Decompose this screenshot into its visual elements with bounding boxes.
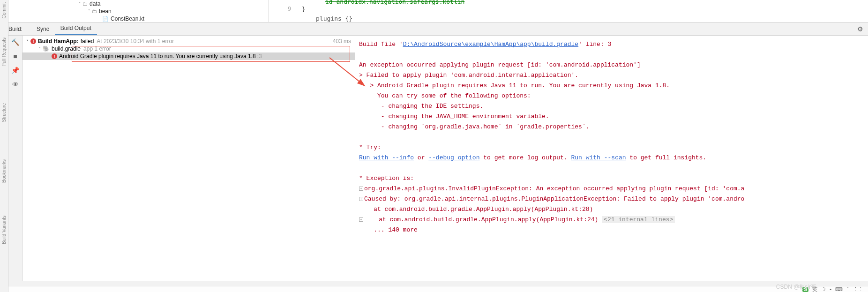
chevron-down-icon[interactable]: ˅ bbox=[38, 46, 41, 52]
tab-build-output[interactable]: Build Output bbox=[55, 22, 97, 35]
detail-l1-suffix: ' line: 3 bbox=[578, 41, 611, 48]
run-scan-link[interactable]: Run with --scan bbox=[571, 154, 626, 161]
detail-l18: at com.android.build.gradle.AppPlugin.ap… bbox=[364, 216, 598, 223]
dot-icon[interactable]: • bbox=[830, 286, 831, 292]
expand-icon[interactable]: + bbox=[359, 197, 363, 201]
gear-icon[interactable]: ⚙ bbox=[857, 25, 863, 33]
detail-l19: ... 140 more bbox=[359, 225, 863, 235]
tree-item-constbean[interactable]: ConstBean.kt bbox=[111, 15, 144, 22]
status-bar: S 英 ☽ • ⌨ ˅ ⋮⋮ bbox=[0, 286, 868, 292]
moon-icon[interactable]: ☽ bbox=[821, 286, 826, 292]
watermark: CSDN @彬sir哥 bbox=[776, 283, 816, 291]
build-gradle-row[interactable]: ˅ 🐘 build.gradle app 1 error bbox=[22, 45, 355, 52]
editor-green-line: id androidx.navigation.safeargs.kotlin bbox=[325, 0, 464, 5]
vbar-commit[interactable]: Commit bbox=[1, 2, 7, 18]
keyboard-icon[interactable]: ⌨ bbox=[835, 286, 843, 292]
eye-icon[interactable]: 👁 bbox=[12, 81, 19, 88]
l12-mid1: or bbox=[414, 154, 428, 161]
detail-l1-prefix: Build file ' bbox=[359, 41, 403, 48]
error-icon: ! bbox=[52, 53, 57, 59]
build-detail-panel[interactable]: Build file 'D:\AndroidSource\example\Ham… bbox=[355, 36, 868, 281]
detail-l8: - changing the JAVA_HOME environment var… bbox=[359, 112, 863, 122]
folder-icon: 🗀 bbox=[92, 8, 97, 14]
build-error-row[interactable]: ! Android Gradle plugin requires Java 11… bbox=[22, 52, 355, 60]
build-error-suffix: :3 bbox=[257, 53, 262, 60]
expand-icon[interactable]: + bbox=[359, 217, 363, 222]
detail-l11: * Try: bbox=[359, 142, 863, 153]
stop-icon[interactable]: ■ bbox=[13, 52, 17, 60]
chevron-down-icon[interactable]: ˅ bbox=[79, 1, 81, 6]
chevron-down-icon[interactable]: ˅ bbox=[88, 9, 90, 14]
pin-icon[interactable]: 📌 bbox=[11, 67, 19, 74]
chevron-down-icon[interactable]: ˅ bbox=[846, 286, 849, 292]
vbar-bookmarks[interactable]: Bookmarks bbox=[1, 159, 7, 183]
hammer-icon[interactable]: 🔨 bbox=[11, 38, 19, 46]
build-tree-panel: ˅ ! Build HamApp: failed At 2023/3/30 10… bbox=[22, 36, 355, 281]
detail-l6: You can try some of the following option… bbox=[359, 91, 863, 101]
internal-lines-badge[interactable]: <21 internal lines> bbox=[602, 216, 675, 223]
detail-l3: An exception occurred applying plugin re… bbox=[359, 60, 863, 70]
detail-l5: > Android Gradle plugin requires Java 11… bbox=[359, 81, 863, 91]
build-root-status: failed bbox=[81, 38, 94, 45]
detail-l9: - changing `org.gradle.java.home` in `gr… bbox=[359, 122, 863, 132]
editor-close-brace: } bbox=[302, 6, 306, 13]
build-file-link[interactable]: D:\AndroidSource\example\HamApp\app\buil… bbox=[403, 41, 578, 48]
expand-icon[interactable]: + bbox=[359, 187, 363, 191]
error-icon: ! bbox=[30, 38, 36, 44]
build-root-meta: At 2023/3/30 10:34 with 1 error bbox=[97, 38, 174, 45]
build-gradle-meta: app 1 error bbox=[83, 45, 111, 52]
build-toolbar: 🔨 ■ 📌 👁 bbox=[8, 36, 22, 281]
build-root-duration: 403 ms bbox=[333, 38, 351, 45]
detail-l16: Caused by: org.gradle.api.internal.plugi… bbox=[364, 195, 744, 202]
tree-item-bean[interactable]: bean bbox=[99, 8, 112, 15]
left-toolbar: Commit Pull Requests Structure Bookmarks… bbox=[0, 0, 8, 292]
menu-icon[interactable]: ⋮⋮ bbox=[853, 286, 863, 292]
detail-l4: > Failed to apply plugin 'com.android.in… bbox=[359, 70, 863, 81]
project-tree[interactable]: ˅ 🗀 data ˅ 🗀 bean 📄 ConstBean.kt bbox=[8, 0, 269, 22]
detail-l14: * Exception is: bbox=[359, 173, 863, 184]
detail-l15: org.gradle.api.plugins.InvalidPluginExce… bbox=[364, 185, 744, 192]
build-error-msg: Android Gradle plugin requires Java 11 t… bbox=[59, 53, 256, 60]
build-root-row[interactable]: ˅ ! Build HamApp: failed At 2023/3/30 10… bbox=[22, 37, 355, 45]
gradle-icon: 🐘 bbox=[43, 45, 50, 52]
folder-icon: 🗀 bbox=[82, 1, 88, 7]
vbar-variants[interactable]: Build Variants bbox=[1, 216, 7, 244]
build-gradle-label: build.gradle bbox=[52, 45, 81, 52]
vbar-pull[interactable]: Pull Requests bbox=[1, 37, 7, 67]
run-info-link[interactable]: Run with --info bbox=[359, 154, 414, 161]
editor-plugins: plugins {} bbox=[316, 15, 352, 22]
tree-item-data[interactable]: data bbox=[90, 0, 100, 7]
l12-end: to get full insights. bbox=[626, 154, 707, 161]
debug-option-link[interactable]: --debug option bbox=[428, 154, 479, 161]
detail-l7: - changing the IDE settings. bbox=[359, 101, 863, 112]
kotlin-file-icon: 📄 bbox=[102, 16, 109, 22]
build-tabs-bar: Build: Sync Build Output ⚙ bbox=[0, 22, 868, 36]
editor-area[interactable]: 9 id androidx.navigation.safeargs.kotlin… bbox=[269, 0, 868, 22]
build-root-label: Build HamApp: bbox=[38, 38, 79, 45]
vbar-structure[interactable]: Structure bbox=[1, 103, 7, 122]
l12-mid2: to get more log output. bbox=[479, 154, 571, 161]
line-number-9: 9 bbox=[288, 6, 291, 12]
tab-sync[interactable]: Sync bbox=[31, 23, 55, 35]
chevron-down-icon[interactable]: ˅ bbox=[26, 39, 29, 44]
build-label: Build: bbox=[8, 26, 22, 32]
detail-l17: at com.android.build.gradle.AppPlugin.ap… bbox=[359, 204, 863, 215]
